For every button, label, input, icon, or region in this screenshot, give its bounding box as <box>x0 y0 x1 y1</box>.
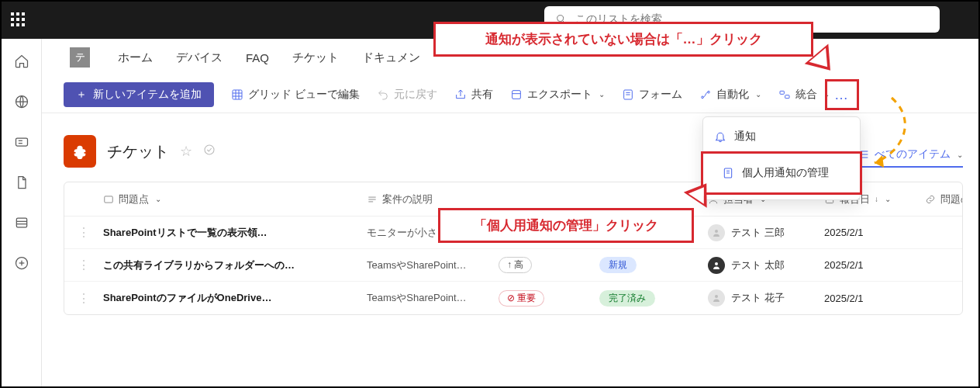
svg-point-22 <box>702 96 704 99</box>
export-label: エクスポート <box>527 88 592 102</box>
annotation-callout-2: 「個人用通知の管理」クリック <box>438 208 694 243</box>
svg-point-38 <box>715 262 718 265</box>
plus-icon: ＋ <box>76 88 87 102</box>
row-title[interactable]: SharePointリストで一覧の表示領… <box>103 226 367 240</box>
chevron-down-icon: ⌄ <box>755 90 761 99</box>
grid-icon <box>231 88 243 101</box>
list-icon-tile <box>64 135 96 168</box>
avatar-icon <box>708 257 725 274</box>
drag-handle-icon[interactable]: ⋮ <box>64 258 103 272</box>
undo-icon <box>377 88 389 101</box>
row-desc: TeamsやSharePoint… <box>367 291 499 305</box>
svg-rect-25 <box>785 95 789 98</box>
new-item-label: 新しいアイテムを追加 <box>93 88 202 102</box>
note-icon <box>722 167 734 179</box>
globe-icon[interactable] <box>13 93 30 110</box>
annotation-callout-1: 通知が表示されていない場合は「…」クリック <box>433 22 813 57</box>
add-icon[interactable] <box>13 255 30 272</box>
form-button[interactable]: フォーム <box>622 88 682 102</box>
view-label: べてのアイテム <box>875 147 951 161</box>
new-item-button[interactable]: ＋ 新しいアイテムを追加 <box>64 82 214 107</box>
row-title[interactable]: SharePointのファイルがOneDrive… <box>103 291 367 305</box>
link-icon <box>925 194 936 205</box>
share-button[interactable]: 共有 <box>454 88 493 102</box>
drag-handle-icon[interactable]: ⋮ <box>64 225 103 240</box>
avatar-icon <box>708 289 725 307</box>
nav-device[interactable]: デバイス <box>176 50 223 65</box>
row-desc: TeamsやSharePoint… <box>367 258 499 272</box>
svg-rect-6 <box>16 218 26 227</box>
grid-edit-label: グリッド ビューで編集 <box>248 88 360 102</box>
row-date: 2025/2/1 <box>824 259 925 271</box>
automate-button[interactable]: 自動化⌄ <box>699 88 761 102</box>
integrate-icon <box>778 88 791 101</box>
left-rail <box>2 39 42 386</box>
app-launcher-icon[interactable] <box>11 12 26 28</box>
priority-pill: ⊘ 重要 <box>499 290 544 307</box>
svg-point-39 <box>715 295 718 298</box>
chevron-down-icon: ⌄ <box>957 151 963 159</box>
undo-label: 元に戻す <box>394 88 437 102</box>
svg-rect-24 <box>780 91 784 94</box>
form-icon <box>622 88 634 101</box>
menu-manage-personal[interactable]: 個人用通知の管理 <box>714 161 837 185</box>
automate-label: 自動化 <box>716 88 749 102</box>
col-source[interactable]: 問題のソー <box>925 192 963 206</box>
list-icon[interactable] <box>13 214 30 231</box>
file-icon[interactable] <box>13 174 30 191</box>
col-issue[interactable]: 問題点 ⌄ <box>103 192 367 206</box>
news-icon[interactable] <box>13 133 30 151</box>
lines-icon <box>367 194 378 205</box>
avatar-icon <box>708 224 725 241</box>
menu-manage-personal-highlight: 個人用通知の管理 <box>701 151 862 195</box>
row-assignee: テスト 三郎 <box>708 224 824 241</box>
grid-edit-button[interactable]: グリッド ビューで編集 <box>231 88 360 102</box>
priority-pill: ↑ 高 <box>499 257 532 273</box>
export-button[interactable]: エクスポート⌄ <box>510 88 605 102</box>
bell-icon <box>714 130 726 143</box>
svg-rect-30 <box>105 196 113 202</box>
svg-point-23 <box>708 91 710 93</box>
status-pill: 完了済み <box>599 290 655 307</box>
menu-notify[interactable]: 通知 <box>703 122 860 151</box>
svg-rect-3 <box>16 138 27 146</box>
svg-point-0 <box>557 16 564 22</box>
nav-ticket[interactable]: チケット <box>292 50 339 65</box>
undo-button[interactable]: 元に戻す <box>377 88 437 102</box>
status-pill: 新規 <box>599 257 637 273</box>
row-assignee: テスト 花子 <box>708 289 824 307</box>
svg-point-26 <box>205 145 214 154</box>
svg-rect-12 <box>233 90 242 99</box>
table-row[interactable]: ⋮ SharePointのファイルがOneDrive… TeamsやShareP… <box>64 282 962 314</box>
list-table: 問題点 ⌄ 案件の説明 担当者 ⌄ 報告日 ↓ ⌄ 問題のソー ⋮ ShareP… <box>64 182 963 315</box>
list-title: チケット <box>107 141 169 162</box>
row-assignee: テスト 太郎 <box>708 257 824 274</box>
nav-document[interactable]: ドキュメン <box>362 50 420 65</box>
text-icon <box>103 194 114 205</box>
export-icon <box>510 88 523 101</box>
col-description[interactable]: 案件の説明 <box>367 192 499 206</box>
nav-faq[interactable]: FAQ <box>246 51 269 64</box>
row-date: 2025/2/1 <box>824 293 925 304</box>
overflow-button[interactable]: … <box>834 87 850 103</box>
drag-handle-icon[interactable]: ⋮ <box>64 291 103 306</box>
integrate-label: 統合 <box>795 88 817 102</box>
row-date: 2025/2/1 <box>824 227 925 238</box>
view-selector[interactable]: べてのアイテム ⌄ <box>858 147 963 168</box>
row-title[interactable]: この共有ライブラリからフォルダーへの… <box>103 258 367 272</box>
table-row[interactable]: ⋮ この共有ライブラリからフォルダーへの… TeamsやSharePoint… … <box>64 249 962 282</box>
favorite-star-icon[interactable]: ☆ <box>180 143 192 160</box>
share-icon <box>454 88 467 101</box>
bug-icon <box>71 143 88 160</box>
automate-icon <box>699 88 712 101</box>
overflow-menu: 通知 個人用通知の管理 <box>702 116 861 200</box>
nav-home[interactable]: ホーム <box>118 50 153 65</box>
privacy-icon <box>203 144 216 159</box>
chevron-down-icon: ⌄ <box>599 90 605 99</box>
form-label: フォーム <box>639 88 682 102</box>
share-label: 共有 <box>471 88 493 102</box>
home-icon[interactable] <box>13 53 30 70</box>
integrate-button[interactable]: 統合⌄ <box>778 88 830 102</box>
menu-notify-label: 通知 <box>734 130 756 144</box>
site-logo[interactable]: テ <box>70 47 90 68</box>
